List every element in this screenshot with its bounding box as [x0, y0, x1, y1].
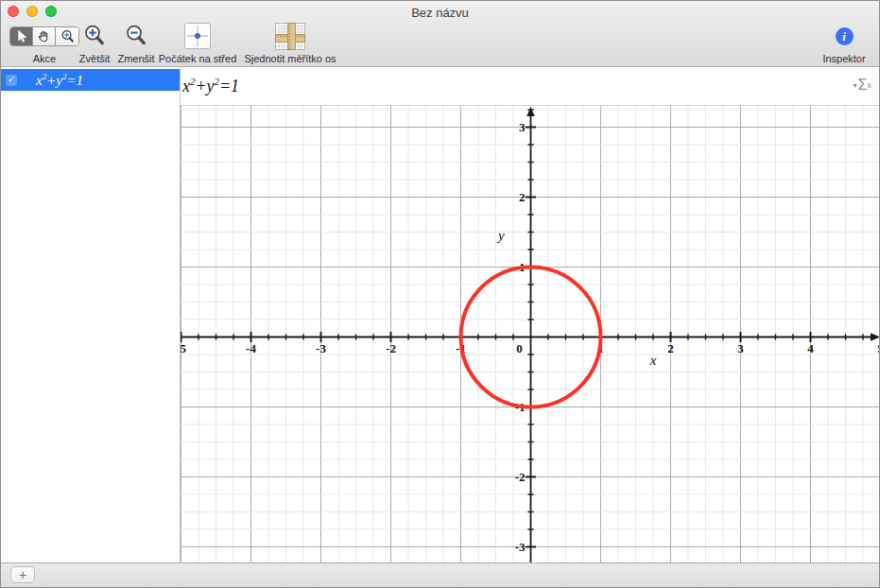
- bottom-bar: +: [1, 562, 879, 587]
- toolbar: Akce Zvětšit Zmenšit: [1, 22, 879, 67]
- formula-text[interactable]: x2+y2=1: [182, 76, 239, 96]
- equation-checkbox[interactable]: ✓: [6, 75, 17, 86]
- y-tick-label: -2: [515, 470, 526, 484]
- info-icon: i: [836, 27, 854, 45]
- zoom-in-button[interactable]: Zvětšit: [77, 22, 112, 67]
- zoom-tool-button[interactable]: [56, 27, 78, 45]
- window-title: Bez názvu: [1, 1, 879, 20]
- zoom-window-button[interactable]: [45, 6, 57, 17]
- x-axis-label: x: [649, 353, 657, 368]
- checkmark-icon: ✓: [8, 76, 15, 84]
- akce-segmented-control: [9, 26, 79, 46]
- equation-text: x2+y2=1: [36, 72, 83, 89]
- add-equation-button[interactable]: +: [10, 566, 35, 583]
- akce-label: Akce: [33, 53, 56, 67]
- sigma-icon: Σ: [858, 77, 868, 94]
- magnifier-minus-icon: [124, 24, 148, 48]
- main-area: x2+y2=1 ▾Σx -5-4-3-2-1123450-3-2-1123xy: [181, 67, 879, 562]
- equation-list-item[interactable]: ✓ x2+y2=1: [1, 69, 180, 91]
- zoom-tool-icon: [60, 29, 75, 43]
- unify-axes-label: Sjednotit měřítko os: [244, 53, 336, 67]
- x-tick-label: 3: [737, 341, 744, 355]
- akce-tool-group: Akce: [9, 22, 80, 67]
- formula-bar[interactable]: x2+y2=1 ▾Σx: [181, 67, 879, 106]
- zoom-out-button[interactable]: Zmenšit: [116, 22, 156, 67]
- inspector-button[interactable]: i Inspektor: [815, 22, 873, 67]
- y-axis-arrow: [526, 107, 535, 116]
- y-tick-label: 2: [519, 190, 526, 204]
- pointer-tool-button[interactable]: [10, 27, 33, 45]
- zoom-in-label: Zvětšit: [79, 53, 110, 67]
- x-axis-arrow: [871, 333, 880, 341]
- x-tick-label: -5: [181, 341, 186, 355]
- close-button[interactable]: [8, 6, 19, 17]
- y-tick-label: 3: [519, 120, 526, 134]
- y-tick-label: -3: [515, 540, 526, 554]
- x-tick-label: 2: [667, 341, 674, 355]
- titlebar-toolbar: Bez názvu: [1, 1, 879, 67]
- equation-list-sidebar[interactable]: ✓ x2+y2=1: [1, 67, 181, 562]
- y-axis-label: y: [496, 228, 505, 243]
- traffic-lights: [8, 6, 57, 17]
- titlebar[interactable]: Bez názvu: [1, 1, 879, 22]
- minimize-button[interactable]: [26, 6, 38, 17]
- unify-axes-button[interactable]: Sjednotit měřítko os: [239, 22, 341, 67]
- plus-icon: +: [19, 567, 26, 582]
- chevron-down-icon: ▾: [854, 81, 857, 90]
- x-tick-label: -3: [316, 341, 326, 355]
- hand-tool-button[interactable]: [33, 27, 56, 45]
- x-tick-label: -2: [386, 341, 396, 355]
- rulers-grid-icon: [275, 23, 305, 50]
- grapher-window: Bez názvu: [0, 0, 880, 588]
- x-tick-label: -4: [246, 341, 256, 355]
- center-origin-label: Počátek na střed: [159, 53, 237, 67]
- x-tick-label: 4: [807, 341, 814, 355]
- origin-label: 0: [516, 341, 523, 355]
- pointer-icon: [15, 29, 28, 43]
- graph-canvas[interactable]: -5-4-3-2-1123450-3-2-1123xy: [181, 106, 880, 565]
- magnifier-plus-icon: [82, 24, 107, 48]
- equation-palette-button[interactable]: ▾Σx: [854, 77, 871, 94]
- hand-icon: [37, 29, 51, 43]
- inspector-label: Inspektor: [822, 53, 865, 67]
- zoom-out-label: Zmenšit: [117, 53, 154, 67]
- origin-crosshair-icon: [184, 23, 211, 49]
- center-origin-button[interactable]: Počátek na střed: [158, 22, 237, 67]
